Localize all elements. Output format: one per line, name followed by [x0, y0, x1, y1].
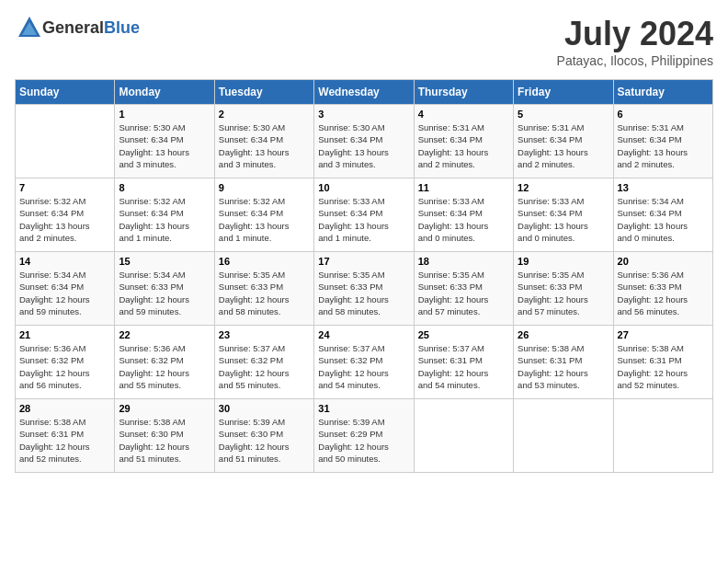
calendar-cell: 30Sunrise: 5:39 AM Sunset: 6:30 PM Dayli… — [214, 399, 313, 473]
column-header-sunday: Sunday — [16, 80, 115, 105]
day-info: Sunrise: 5:39 AM Sunset: 6:29 PM Dayligh… — [318, 416, 409, 465]
week-row-5: 28Sunrise: 5:38 AM Sunset: 6:31 PM Dayli… — [16, 399, 713, 473]
day-info: Sunrise: 5:31 AM Sunset: 6:34 PM Dayligh… — [418, 121, 509, 170]
logo-general-text: General — [42, 18, 104, 37]
day-number: 19 — [518, 256, 609, 267]
day-info: Sunrise: 5:31 AM Sunset: 6:34 PM Dayligh… — [618, 121, 709, 170]
day-info: Sunrise: 5:32 AM Sunset: 6:34 PM Dayligh… — [19, 195, 110, 244]
calendar-cell: 11Sunrise: 5:33 AM Sunset: 6:34 PM Dayli… — [414, 178, 513, 252]
day-number: 11 — [418, 182, 509, 193]
day-info: Sunrise: 5:38 AM Sunset: 6:31 PM Dayligh… — [19, 416, 110, 465]
calendar-cell: 19Sunrise: 5:35 AM Sunset: 6:33 PM Dayli… — [514, 252, 613, 326]
day-number: 20 — [618, 256, 709, 267]
day-number: 4 — [418, 109, 509, 120]
logo-blue-text: Blue — [104, 18, 140, 37]
calendar-cell: 1Sunrise: 5:30 AM Sunset: 6:34 PM Daylig… — [115, 105, 214, 178]
day-number: 30 — [219, 403, 310, 414]
day-info: Sunrise: 5:37 AM Sunset: 6:32 PM Dayligh… — [219, 342, 310, 391]
column-header-friday: Friday — [514, 80, 613, 105]
calendar-cell: 22Sunrise: 5:36 AM Sunset: 6:32 PM Dayli… — [115, 326, 214, 399]
day-info: Sunrise: 5:36 AM Sunset: 6:33 PM Dayligh… — [618, 269, 709, 317]
calendar-cell: 25Sunrise: 5:37 AM Sunset: 6:31 PM Dayli… — [414, 326, 513, 399]
day-info: Sunrise: 5:37 AM Sunset: 6:32 PM Dayligh… — [318, 342, 409, 391]
day-number: 14 — [19, 256, 110, 267]
column-header-monday: Monday — [115, 80, 214, 105]
day-number: 10 — [318, 182, 409, 193]
day-number: 21 — [19, 329, 110, 340]
calendar-cell: 5Sunrise: 5:31 AM Sunset: 6:34 PM Daylig… — [514, 105, 613, 178]
day-number: 25 — [418, 329, 509, 340]
calendar-cell: 13Sunrise: 5:34 AM Sunset: 6:34 PM Dayli… — [613, 178, 712, 252]
column-header-saturday: Saturday — [613, 80, 712, 105]
calendar-cell — [16, 105, 115, 178]
title-block: July 2024 Patayac, Ilocos, Philippines — [557, 15, 713, 68]
calendar-cell: 20Sunrise: 5:36 AM Sunset: 6:33 PM Dayli… — [613, 252, 712, 326]
week-row-3: 14Sunrise: 5:34 AM Sunset: 6:34 PM Dayli… — [16, 252, 713, 326]
day-number: 16 — [219, 256, 310, 267]
day-info: Sunrise: 5:35 AM Sunset: 6:33 PM Dayligh… — [418, 269, 509, 317]
day-info: Sunrise: 5:37 AM Sunset: 6:31 PM Dayligh… — [418, 342, 509, 391]
calendar-cell: 16Sunrise: 5:35 AM Sunset: 6:33 PM Dayli… — [214, 252, 313, 326]
day-info: Sunrise: 5:39 AM Sunset: 6:30 PM Dayligh… — [219, 416, 310, 465]
day-number: 18 — [418, 256, 509, 267]
day-number: 8 — [119, 182, 210, 193]
day-number: 29 — [119, 403, 210, 414]
week-row-1: 1Sunrise: 5:30 AM Sunset: 6:34 PM Daylig… — [16, 105, 713, 178]
day-number: 17 — [318, 256, 409, 267]
location-text: Patayac, Ilocos, Philippines — [557, 53, 713, 68]
day-info: Sunrise: 5:35 AM Sunset: 6:33 PM Dayligh… — [318, 269, 409, 317]
calendar-cell: 23Sunrise: 5:37 AM Sunset: 6:32 PM Dayli… — [214, 326, 313, 399]
calendar-cell: 8Sunrise: 5:32 AM Sunset: 6:34 PM Daylig… — [115, 178, 214, 252]
day-number: 1 — [119, 109, 210, 120]
day-number: 3 — [318, 109, 409, 120]
day-number: 12 — [518, 182, 609, 193]
week-row-2: 7Sunrise: 5:32 AM Sunset: 6:34 PM Daylig… — [16, 178, 713, 252]
calendar-cell: 2Sunrise: 5:30 AM Sunset: 6:34 PM Daylig… — [214, 105, 313, 178]
calendar-cell: 10Sunrise: 5:33 AM Sunset: 6:34 PM Dayli… — [314, 178, 414, 252]
column-header-thursday: Thursday — [414, 80, 513, 105]
calendar-cell: 26Sunrise: 5:38 AM Sunset: 6:31 PM Dayli… — [514, 326, 613, 399]
calendar-cell: 3Sunrise: 5:30 AM Sunset: 6:34 PM Daylig… — [314, 105, 414, 178]
day-info: Sunrise: 5:32 AM Sunset: 6:34 PM Dayligh… — [119, 195, 210, 244]
day-number: 31 — [318, 403, 409, 414]
calendar-cell: 7Sunrise: 5:32 AM Sunset: 6:34 PM Daylig… — [16, 178, 115, 252]
day-number: 26 — [518, 329, 609, 340]
calendar-cell: 29Sunrise: 5:38 AM Sunset: 6:30 PM Dayli… — [115, 399, 214, 473]
day-info: Sunrise: 5:33 AM Sunset: 6:34 PM Dayligh… — [418, 195, 509, 244]
calendar-header-row: SundayMondayTuesdayWednesdayThursdayFrid… — [16, 80, 713, 105]
day-number: 5 — [518, 109, 609, 120]
day-number: 22 — [119, 329, 210, 340]
calendar-cell — [414, 399, 513, 473]
day-number: 6 — [618, 109, 709, 120]
calendar-cell: 27Sunrise: 5:38 AM Sunset: 6:31 PM Dayli… — [613, 326, 712, 399]
calendar-cell: 14Sunrise: 5:34 AM Sunset: 6:34 PM Dayli… — [16, 252, 115, 326]
calendar-cell: 18Sunrise: 5:35 AM Sunset: 6:33 PM Dayli… — [414, 252, 513, 326]
day-info: Sunrise: 5:30 AM Sunset: 6:34 PM Dayligh… — [119, 121, 210, 170]
day-info: Sunrise: 5:35 AM Sunset: 6:33 PM Dayligh… — [518, 269, 609, 317]
day-info: Sunrise: 5:34 AM Sunset: 6:34 PM Dayligh… — [19, 269, 110, 317]
day-info: Sunrise: 5:30 AM Sunset: 6:34 PM Dayligh… — [219, 121, 310, 170]
column-header-wednesday: Wednesday — [314, 80, 414, 105]
calendar-cell: 28Sunrise: 5:38 AM Sunset: 6:31 PM Dayli… — [16, 399, 115, 473]
day-info: Sunrise: 5:33 AM Sunset: 6:34 PM Dayligh… — [518, 195, 609, 244]
day-info: Sunrise: 5:33 AM Sunset: 6:34 PM Dayligh… — [318, 195, 409, 244]
day-info: Sunrise: 5:31 AM Sunset: 6:34 PM Dayligh… — [518, 121, 609, 170]
day-info: Sunrise: 5:34 AM Sunset: 6:33 PM Dayligh… — [119, 269, 210, 317]
logo: GeneralBlue — [15, 15, 140, 40]
calendar-cell: 4Sunrise: 5:31 AM Sunset: 6:34 PM Daylig… — [414, 105, 513, 178]
calendar-table: SundayMondayTuesdayWednesdayThursdayFrid… — [15, 79, 713, 473]
day-number: 9 — [219, 182, 310, 193]
calendar-cell: 9Sunrise: 5:32 AM Sunset: 6:34 PM Daylig… — [214, 178, 313, 252]
calendar-cell — [613, 399, 712, 473]
week-row-4: 21Sunrise: 5:36 AM Sunset: 6:32 PM Dayli… — [16, 326, 713, 399]
calendar-cell: 15Sunrise: 5:34 AM Sunset: 6:33 PM Dayli… — [115, 252, 214, 326]
day-info: Sunrise: 5:36 AM Sunset: 6:32 PM Dayligh… — [19, 342, 110, 391]
calendar-cell: 12Sunrise: 5:33 AM Sunset: 6:34 PM Dayli… — [514, 178, 613, 252]
page-header: GeneralBlue July 2024 Patayac, Ilocos, P… — [15, 15, 713, 68]
day-number: 7 — [19, 182, 110, 193]
calendar-cell: 6Sunrise: 5:31 AM Sunset: 6:34 PM Daylig… — [613, 105, 712, 178]
day-number: 13 — [618, 182, 709, 193]
day-number: 28 — [19, 403, 110, 414]
day-number: 24 — [318, 329, 409, 340]
day-number: 23 — [219, 329, 310, 340]
